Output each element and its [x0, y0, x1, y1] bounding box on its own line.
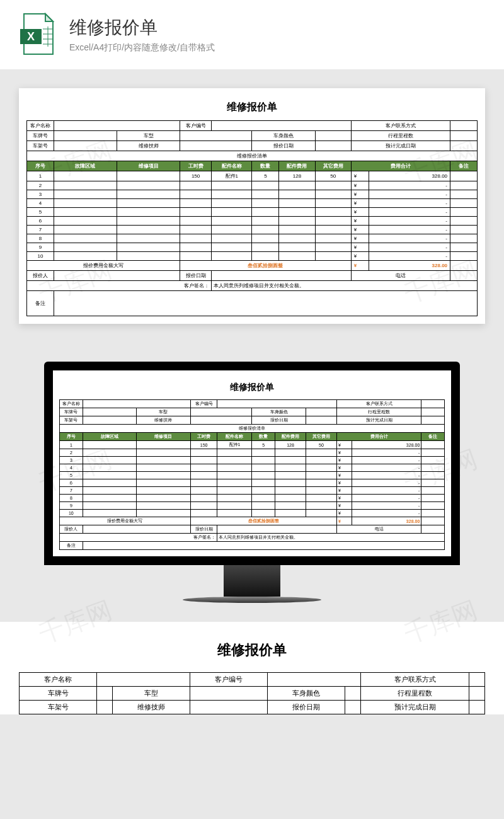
label-est-complete: 预计完成日期 — [351, 141, 450, 151]
label-est-complete: 预计完成日期 — [360, 701, 469, 714]
label-customer-contact: 客户联系方式 — [336, 400, 421, 408]
table-row: 2 ¥- — [60, 449, 445, 457]
column-header-row: 序号故障区域维修项目工时费配件名称数量配件费用其它费用费用合计备注 — [27, 161, 478, 171]
table-row: 10 ¥- — [60, 510, 445, 517]
page-subtitle: Excel/A4打印/内容随意修改/自带格式 — [69, 42, 215, 54]
label-model: 车型 — [112, 687, 190, 701]
table-row: 8 ¥- — [60, 495, 445, 502]
total-row: 报价费用金额大写叁佰贰拾捌圆整¥328.00 — [27, 261, 478, 271]
label-customer-name: 客户名称 — [60, 400, 83, 408]
label-plate: 车牌号 — [60, 408, 83, 416]
label-plate: 车牌号 — [20, 687, 97, 701]
table-row: 7 ¥- — [60, 487, 445, 495]
sign-label: 客户签名： — [60, 534, 217, 542]
table-row: 10 ¥- — [27, 252, 478, 261]
sign-note: 本人同意所列维修项目并支付相关金额。 — [217, 534, 445, 542]
label-quote-date: 报价日期 — [252, 141, 315, 151]
label-remark: 备注 — [27, 291, 54, 316]
sign-note: 本人同意所列维修项目并支付相关金额。 — [212, 281, 478, 291]
table-row: 8 ¥- — [27, 234, 478, 243]
label-model: 车型 — [137, 408, 191, 416]
table-row: 2 ¥- — [27, 181, 478, 190]
bottom-partial-preview: 维修报价单 客户名称 客户编号 客户联系方式 车牌号 车型 车身颜色 行程里程数… — [0, 622, 504, 714]
svg-text:X: X — [27, 30, 35, 43]
label-customer-name: 客户名称 — [20, 673, 97, 687]
document-title: 维修报价单 — [19, 634, 485, 672]
label-customer-contact: 客户联系方式 — [360, 673, 469, 687]
document-title: 维修报价单 — [26, 96, 478, 120]
table-row: 6 ¥- — [60, 479, 445, 487]
table-row: 3 ¥- — [60, 457, 445, 464]
label-mileage: 行程里程数 — [336, 408, 421, 416]
label-quoter: 报价人 — [27, 271, 54, 281]
label-quote-date-2: 报价日期 — [180, 271, 212, 281]
table-row: 3 ¥- — [27, 190, 478, 199]
table-row: 4 ¥- — [27, 199, 478, 208]
label-technician: 维修技师 — [117, 141, 180, 151]
label-vin: 车架号 — [20, 701, 97, 714]
table-row: 1 150配件15 12850 ¥328.00 — [27, 171, 478, 181]
label-quoter: 报价人 — [60, 525, 83, 534]
label-est-complete: 预计完成日期 — [336, 416, 421, 425]
table-row: 1 150配件15 12850 ¥328.00 — [60, 441, 445, 449]
table-row: 9 ¥- — [60, 502, 445, 510]
label-technician: 维修技师 — [112, 701, 190, 714]
label-customer-name: 客户名称 — [27, 121, 54, 131]
quote-table: 客户名称客户编号客户联系方式 车牌号车型车身颜色行程里程数 车架号维修技师报价日… — [26, 120, 478, 316]
label-plate: 车牌号 — [27, 131, 54, 141]
table-row: 7 ¥- — [27, 226, 478, 234]
page-title: 维修报价单 — [69, 16, 215, 40]
label-color: 车身颜色 — [252, 408, 306, 416]
sign-label: 客户签名： — [27, 281, 212, 291]
document-title: 维修报价单 — [59, 377, 445, 399]
label-quote-date: 报价日期 — [268, 701, 345, 714]
list-title: 维修报价清单 — [27, 151, 478, 161]
label-vin: 车架号 — [60, 416, 83, 425]
table-row: 9 ¥- — [27, 243, 478, 252]
label-quote-date-2: 报价日期 — [190, 525, 217, 534]
label-vin: 车架号 — [27, 141, 54, 151]
label-customer-no: 客户编号 — [180, 121, 212, 131]
column-header-row: 序号故障区域维修项目工时费配件名称数量配件费用其它费用费用合计备注 — [60, 433, 445, 441]
table-row: 6 ¥- — [27, 217, 478, 226]
total-row: 报价费用金额大写叁佰贰拾捌圆整¥328.00 — [60, 517, 445, 525]
label-mileage: 行程里程数 — [360, 687, 469, 701]
label-customer-no: 客户编号 — [190, 400, 217, 408]
label-phone: 电话 — [336, 525, 421, 534]
label-customer-contact: 客户联系方式 — [351, 121, 450, 131]
monitor-mockup: 维修报价单 客户名称客户编号客户联系方式 车牌号车型车身颜色行程里程数 车架号维… — [19, 362, 485, 603]
info-table-partial: 客户名称 客户编号 客户联系方式 车牌号 车型 车身颜色 行程里程数 车架号 维… — [19, 672, 485, 714]
preview-card: 维修报价单 客户名称客户编号客户联系方式 车牌号车型车身颜色行程里程数 车架号维… — [19, 88, 485, 324]
excel-file-icon: X — [19, 13, 57, 57]
label-model: 车型 — [117, 131, 180, 141]
label-customer-no: 客户编号 — [190, 673, 267, 687]
label-mileage: 行程里程数 — [351, 131, 450, 141]
header-bar: X 维修报价单 Excel/A4打印/内容随意修改/自带格式 — [0, 0, 504, 69]
label-phone: 电话 — [351, 271, 450, 281]
table-row: 5 ¥- — [27, 208, 478, 217]
label-color: 车身颜色 — [252, 131, 315, 141]
label-color: 车身颜色 — [268, 687, 345, 701]
label-remark: 备注 — [60, 542, 83, 550]
table-row: 4 ¥- — [60, 464, 445, 472]
table-row: 5 ¥- — [60, 472, 445, 479]
list-title: 维修报价清单 — [60, 425, 445, 433]
quote-table: 客户名称客户编号客户联系方式 车牌号车型车身颜色行程里程数 车架号维修技师报价日… — [59, 399, 445, 550]
label-quote-date: 报价日期 — [252, 416, 306, 425]
label-technician: 维修技师 — [137, 416, 191, 425]
